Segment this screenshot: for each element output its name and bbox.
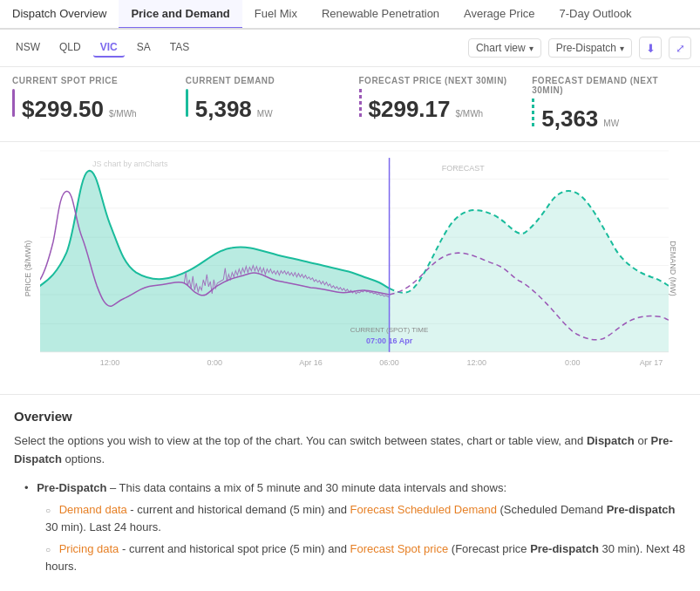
current-demand-unit: MW [257,109,273,119]
chart-svg: 0 100 200 300 400 500 600 -100 3,500 4,0… [40,149,669,370]
forecast-demand-label: FORECAST DEMAND (NEXT 30MIN) [532,76,688,95]
svg-text:Apr 17: Apr 17 [640,358,663,367]
amcharts-credit: JS chart by amCharts [92,160,168,168]
svg-text:07:00 16 Apr: 07:00 16 Apr [366,336,413,345]
svg-text:0:00: 0:00 [207,358,223,367]
teal-dashed-bar [532,98,534,126]
forecast-price-value: $299.17 [369,96,451,123]
sub-bullet-2: Pricing data - current and historical sp… [45,540,686,574]
forecast-label: FORECAST [442,164,485,173]
state-tab-qld[interactable]: QLD [52,38,88,58]
nav-tabs: Dispatch Overview Price and Demand Fuel … [0,0,700,30]
current-demand-value: 5,398 [195,96,252,123]
chart-view-dropdown[interactable]: Chart view ▾ [468,38,541,58]
chart-container: PRICE ($/MWh) DEMAND (MW) 0 100 200 300 … [0,142,700,395]
metric-current-demand: CURRENT DEMAND 5,398 MW [186,76,342,132]
tab-dispatch-overview[interactable]: Dispatch Overview [0,0,119,30]
forecast-price-value-row: $299.17 $/MWh [359,89,515,123]
overview-intro: Select the options you wish to view at t… [14,432,686,469]
chevron-down-icon: ▾ [620,44,624,53]
forecast-demand-value-row: 5,363 MW [532,98,688,132]
overview-section: Overview Select the options you wish to … [0,395,700,591]
y-axis-left-label: PRICE ($/MWh) [24,240,32,296]
pre-dispatch-dropdown[interactable]: Pre-Dispatch ▾ [548,38,632,58]
bullet-item-1: Pre-Dispatch – This data contains a mix … [24,479,686,575]
svg-text:12:00: 12:00 [466,358,486,367]
tab-average-price[interactable]: Average Price [452,0,547,30]
svg-text:CURRENT (SPOT) TIME: CURRENT (SPOT) TIME [350,326,429,334]
purple-bar [12,89,15,117]
y-axis-right-label: DEMAND (MW) [668,241,676,296]
sub-nav: NSW QLD VIC SA TAS Chart view ▾ Pre-Disp… [0,30,700,67]
svg-text:06:00: 06:00 [379,358,399,367]
current-spot-label: CURRENT SPOT PRICE [12,76,168,85]
tab-7-day-outlook[interactable]: 7-Day Outlook [547,0,644,30]
metric-forecast-demand: FORECAST DEMAND (NEXT 30MIN) 5,363 MW [532,76,688,132]
overview-bullet-list: Pre-Dispatch – This data contains a mix … [14,479,686,575]
svg-text:12:00: 12:00 [100,358,120,367]
svg-text:Apr 16: Apr 16 [299,358,323,367]
current-spot-value-row: $299.50 $/MWh [12,89,168,123]
purple-dashed-bar [359,89,362,117]
overview-title: Overview [14,409,686,424]
current-spot-price: $299.50 [22,96,104,123]
current-spot-unit: $/MWh [109,109,137,119]
download-button[interactable]: ⬇ [639,37,662,59]
forecast-price-unit: $/MWh [455,109,483,119]
forecast-demand-value: 5,363 [541,105,598,132]
tab-fuel-mix[interactable]: Fuel Mix [242,0,309,30]
expand-button[interactable]: ⤢ [669,37,691,59]
state-tab-tas[interactable]: TAS [163,38,196,58]
forecast-price-label: FORECAST PRICE (NEXT 30MIN) [359,76,515,85]
state-tab-vic[interactable]: VIC [93,38,125,58]
sub-bullet-1: Demand data - current and historical dem… [45,501,686,535]
sub-bullet-list: Demand data - current and historical dem… [24,501,686,574]
current-demand-value-row: 5,398 MW [186,89,342,123]
metric-forecast-price: FORECAST PRICE (NEXT 30MIN) $299.17 $/MW… [359,76,515,132]
state-tab-nsw[interactable]: NSW [9,38,47,58]
svg-text:0:00: 0:00 [565,358,581,367]
forecast-demand-unit: MW [603,119,619,128]
sub-nav-right: Chart view ▾ Pre-Dispatch ▾ ⬇ ⤢ [468,37,691,59]
metric-current-spot: CURRENT SPOT PRICE $299.50 $/MWh [12,76,168,132]
metrics-row: CURRENT SPOT PRICE $299.50 $/MWh CURRENT… [0,67,700,142]
teal-bar [186,89,188,117]
state-tab-sa[interactable]: SA [130,38,158,58]
tab-renewable-penetration[interactable]: Renewable Penetration [309,0,452,30]
state-tabs: NSW QLD VIC SA TAS [9,38,196,58]
current-demand-label: CURRENT DEMAND [186,76,342,85]
tab-price-and-demand[interactable]: Price and Demand [119,0,241,30]
chevron-down-icon: ▾ [529,44,533,53]
